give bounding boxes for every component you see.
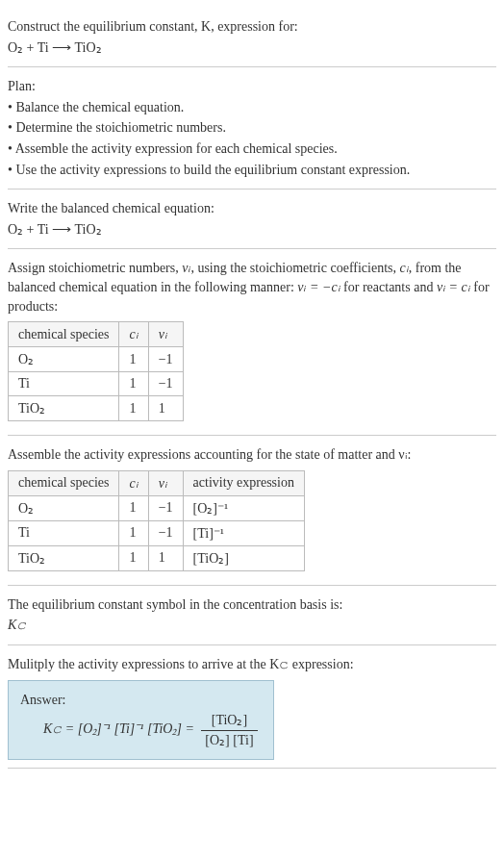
section-stoich: Assign stoichiometric numbers, νᵢ, using… bbox=[8, 249, 496, 436]
table-header-row: chemical species cᵢ νᵢ bbox=[9, 322, 184, 347]
table-row: TiO₂ 1 1 bbox=[9, 396, 184, 421]
balanced-equation: O₂ + Ti ⟶ TiO₂ bbox=[8, 220, 496, 240]
section-balanced: Write the balanced chemical equation: O₂… bbox=[8, 189, 496, 249]
cell-species: TiO₂ bbox=[9, 396, 119, 421]
table-row: Ti 1 −1 bbox=[9, 372, 184, 396]
answer-fraction: [TiO₂] [O₂] [Ti] bbox=[201, 711, 257, 749]
cell-species: TiO₂ bbox=[9, 545, 119, 570]
cell-ci: 1 bbox=[119, 396, 148, 421]
stoich-text-a: Assign stoichiometric numbers, bbox=[8, 261, 182, 275]
symbol-heading: The equilibrium constant symbol in the c… bbox=[8, 595, 496, 615]
section-symbol: The equilibrium constant symbol in the c… bbox=[8, 586, 496, 645]
col-vi: νᵢ bbox=[148, 470, 183, 495]
col-vi: νᵢ bbox=[148, 322, 183, 347]
cell-species: Ti bbox=[9, 520, 119, 545]
cell-vi: −1 bbox=[148, 372, 183, 396]
plan-item-3: • Assemble the activity expression for e… bbox=[8, 139, 496, 159]
plan-item-4: • Use the activity expressions to build … bbox=[8, 161, 496, 180]
cell-ci: 1 bbox=[119, 347, 148, 372]
section-plan: Plan: • Balance the chemical equation. •… bbox=[8, 67, 496, 189]
symbol-value: K𝚌 bbox=[8, 616, 496, 635]
cell-vi: 1 bbox=[148, 396, 183, 421]
stoich-text-d: cᵢ bbox=[400, 261, 409, 275]
fraction-numerator: [TiO₂] bbox=[201, 711, 257, 731]
table-row: O₂ 1 −1 bbox=[9, 347, 184, 372]
cell-vi: −1 bbox=[148, 495, 183, 520]
stoich-text-f: νᵢ = −cᵢ bbox=[297, 280, 340, 294]
table-row: Ti 1 −1 [Ti]⁻¹ bbox=[9, 520, 305, 545]
balanced-heading: Write the balanced chemical equation: bbox=[8, 199, 496, 218]
plan-heading: Plan: bbox=[8, 77, 496, 96]
section-answer: Mulitply the activity expressions to arr… bbox=[8, 645, 496, 769]
activity-heading: Assemble the activity expressions accoun… bbox=[8, 445, 496, 465]
stoich-text-g: for reactants and bbox=[340, 280, 437, 294]
answer-label: Answer: bbox=[20, 691, 262, 710]
plan-item-1: • Balance the chemical equation. bbox=[8, 98, 496, 117]
stoich-text-h: νᵢ = cᵢ bbox=[437, 280, 470, 294]
cell-activity: [TiO₂] bbox=[183, 545, 304, 570]
cell-species: O₂ bbox=[9, 347, 119, 372]
table-header-row: chemical species cᵢ νᵢ activity expressi… bbox=[9, 470, 305, 495]
table-row: TiO₂ 1 1 [TiO₂] bbox=[9, 545, 305, 570]
answer-eq-left: K𝚌 = [O₂]⁻¹ [Ti]⁻¹ [TiO₂] = bbox=[43, 721, 197, 736]
cell-ci: 1 bbox=[119, 372, 148, 396]
stoich-table: chemical species cᵢ νᵢ O₂ 1 −1 Ti 1 −1 T… bbox=[8, 321, 184, 421]
col-ci: cᵢ bbox=[119, 470, 148, 495]
col-species: chemical species bbox=[9, 322, 119, 347]
section-activity: Assemble the activity expressions accoun… bbox=[8, 436, 496, 586]
prompt-equation: O₂ + Ti ⟶ TiO₂ bbox=[8, 38, 496, 58]
cell-vi: 1 bbox=[148, 545, 183, 570]
prompt-line-1: Construct the equilibrium constant, K, e… bbox=[8, 17, 496, 37]
cell-activity: [Ti]⁻¹ bbox=[183, 520, 304, 545]
answer-equation: K𝚌 = [O₂]⁻¹ [Ti]⁻¹ [TiO₂] = [TiO₂] [O₂] … bbox=[43, 711, 262, 749]
table-row: O₂ 1 −1 [O₂]⁻¹ bbox=[9, 495, 305, 520]
col-ci: cᵢ bbox=[119, 322, 148, 347]
cell-ci: 1 bbox=[119, 545, 148, 570]
section-prompt: Construct the equilibrium constant, K, e… bbox=[8, 8, 496, 67]
fraction-denominator: [O₂] [Ti] bbox=[201, 731, 257, 750]
cell-ci: 1 bbox=[119, 520, 148, 545]
cell-vi: −1 bbox=[148, 520, 183, 545]
stoich-text-c: , using the stoichiometric coefficients, bbox=[190, 261, 399, 275]
stoich-text: Assign stoichiometric numbers, νᵢ, using… bbox=[8, 259, 496, 316]
cell-species: O₂ bbox=[9, 495, 119, 520]
cell-activity: [O₂]⁻¹ bbox=[183, 495, 304, 520]
plan-item-2: • Determine the stoichiometric numbers. bbox=[8, 118, 496, 138]
col-species: chemical species bbox=[9, 470, 119, 495]
activity-table: chemical species cᵢ νᵢ activity expressi… bbox=[8, 470, 305, 571]
col-activity: activity expression bbox=[183, 470, 304, 495]
answer-box: Answer: K𝚌 = [O₂]⁻¹ [Ti]⁻¹ [TiO₂] = [TiO… bbox=[8, 680, 274, 761]
cell-ci: 1 bbox=[119, 495, 148, 520]
answer-heading: Mulitply the activity expressions to arr… bbox=[8, 655, 496, 674]
cell-vi: −1 bbox=[148, 347, 183, 372]
cell-species: Ti bbox=[9, 372, 119, 396]
